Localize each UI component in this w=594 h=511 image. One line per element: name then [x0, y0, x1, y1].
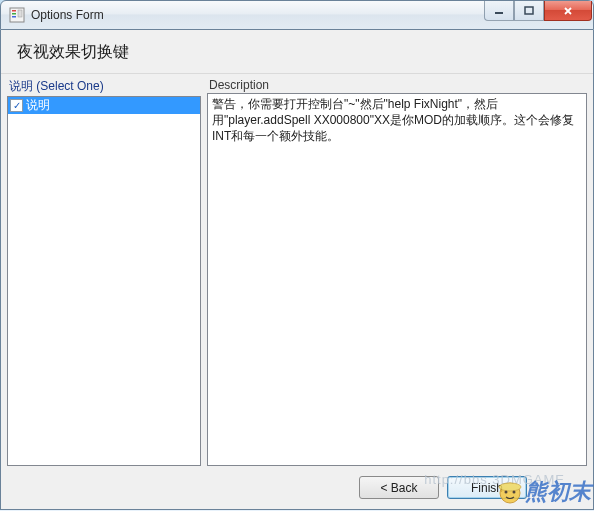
checkbox-icon[interactable]: ✓	[10, 99, 23, 112]
list-item[interactable]: ✓ 说明	[8, 97, 200, 114]
option-list-label: 说明 (Select One)	[7, 78, 201, 96]
close-button[interactable]	[544, 1, 592, 21]
option-list-panel: 说明 (Select One) ✓ 说明	[7, 78, 201, 466]
window-controls	[484, 1, 592, 21]
description-panel: Description 警告，你需要打开控制台"~"然后"help FixNig…	[207, 78, 587, 466]
content-area: 说明 (Select One) ✓ 说明 Description 警告，你需要打…	[1, 74, 593, 466]
svg-rect-6	[525, 7, 533, 14]
finish-button[interactable]: Finish	[447, 476, 527, 499]
description-textbox[interactable]: 警告，你需要打开控制台"~"然后"help FixNight"，然后 用"pla…	[207, 93, 587, 466]
titlebar[interactable]: Options Form	[0, 0, 594, 30]
window-body: 夜视效果切换键 说明 (Select One) ✓ 说明 Description…	[0, 30, 594, 510]
svg-rect-3	[12, 16, 16, 18]
svg-rect-5	[495, 12, 503, 14]
svg-rect-1	[12, 10, 16, 12]
option-listbox[interactable]: ✓ 说明	[7, 96, 201, 466]
svg-rect-2	[12, 13, 16, 15]
back-button[interactable]: < Back	[359, 476, 439, 499]
window-title: Options Form	[31, 8, 104, 22]
app-icon	[9, 7, 25, 23]
maximize-button[interactable]	[514, 1, 544, 21]
minimize-button[interactable]	[484, 1, 514, 21]
page-heading: 夜视效果切换键	[1, 30, 593, 74]
list-item-label: 说明	[26, 97, 50, 114]
watermark-text: 熊初末	[525, 477, 591, 507]
button-row: < Back Finish	[359, 476, 527, 499]
svg-rect-4	[18, 10, 22, 17]
description-label: Description	[207, 78, 587, 93]
